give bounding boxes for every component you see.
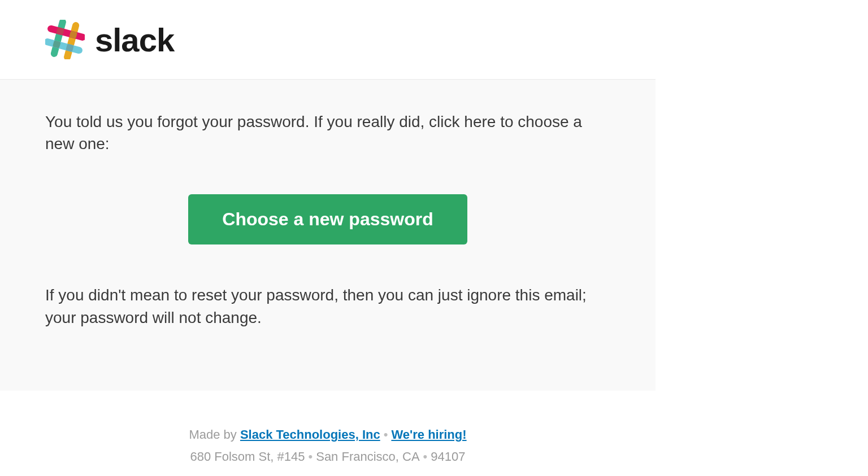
brand-name: slack — [95, 21, 174, 59]
svg-rect-0 — [50, 20, 67, 58]
footer-line-2: 680 Folsom St, #145•San Francisco, CA•94… — [45, 447, 610, 466]
email-body: You told us you forgot your password. If… — [0, 79, 656, 391]
hiring-link[interactable]: We're hiring! — [391, 427, 466, 442]
separator-dot: • — [384, 427, 388, 442]
svg-rect-1 — [63, 21, 80, 59]
address-street: 680 Folsom St, #145 — [190, 449, 305, 464]
made-by-label: Made by — [189, 427, 240, 442]
outro-text: If you didn't mean to reset your passwor… — [45, 284, 610, 328]
email-header: slack — [0, 0, 656, 79]
cta-wrap: Choose a new password — [45, 194, 610, 244]
email-container: slack You told us you forgot your passwo… — [0, 0, 656, 476]
svg-rect-3 — [45, 38, 83, 55]
slack-hash-icon — [45, 20, 85, 59]
intro-text: You told us you forgot your password. If… — [45, 111, 610, 155]
brand-logo: slack — [45, 20, 656, 59]
company-link[interactable]: Slack Technologies, Inc — [240, 427, 380, 442]
svg-rect-2 — [47, 25, 85, 42]
address-zip: 94107 — [431, 449, 465, 464]
address-city: San Francisco, CA — [316, 449, 419, 464]
footer-line-1: Made by Slack Technologies, Inc•We're hi… — [45, 425, 610, 444]
choose-new-password-button[interactable]: Choose a new password — [188, 194, 467, 244]
email-footer: Made by Slack Technologies, Inc•We're hi… — [0, 391, 656, 476]
separator-dot: • — [309, 449, 313, 464]
separator-dot: • — [423, 449, 428, 464]
